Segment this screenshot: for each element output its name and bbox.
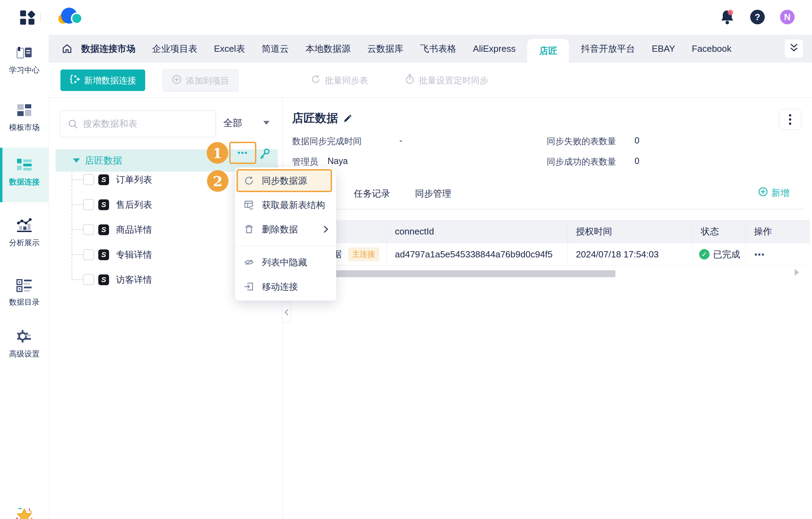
tree-root-label: 店匠数据 (85, 154, 122, 167)
more-dots: ⋯ (237, 151, 249, 155)
sidebar-item-label: 数据连接 (0, 177, 49, 187)
tree-item-label: 商品详情 (116, 224, 152, 236)
add-to-project-button[interactable]: 添加到项目 (163, 69, 239, 92)
status-success-icon: ✓ (699, 249, 710, 260)
subtab-task-log[interactable]: 任务记录 (354, 188, 390, 200)
sidebar-item-settings[interactable]: 高级设置 (0, 327, 49, 365)
add-to-project-label: 添加到项目 (186, 75, 229, 86)
checkbox[interactable] (83, 274, 94, 285)
panel-collapse-handle[interactable] (282, 302, 291, 323)
tab-facebook[interactable]: Facebook (692, 35, 731, 63)
auth-key-icon[interactable] (259, 148, 271, 162)
menu-item-hide-from-list[interactable]: 列表中隐藏 (235, 250, 336, 274)
tab-feishu[interactable]: 飞书表格 (420, 35, 456, 63)
annotation-step-2: 2 (207, 170, 229, 192)
admin-value: Naya (328, 156, 348, 166)
sidebar-item-catalog[interactable]: 数据目录 (0, 276, 49, 314)
filter-caret-icon[interactable] (263, 121, 270, 125)
sidebar-item-label: 学习中心 (0, 65, 49, 75)
sidebar-item-analytics[interactable]: 分析展示 (0, 215, 49, 254)
cell-status: ✓ 已完成 (693, 243, 746, 266)
sidebar-item-templates[interactable]: 模板市场 (0, 101, 49, 139)
add-auth-label: 新增 (771, 187, 789, 199)
subtab-sync-management[interactable]: 同步管理 (415, 188, 451, 200)
sidebar-item-rewards[interactable]: 推广奖励 (0, 505, 49, 519)
notification-bell-icon[interactable] (720, 9, 735, 26)
horizontal-scrollbar[interactable] (290, 270, 615, 277)
fail-count-label: 同步失败的表数量 (547, 135, 616, 147)
menu-item-label: 删除数据 (262, 223, 298, 236)
tab-local-datasource[interactable]: 本地数据源 (306, 35, 351, 63)
connection-title: 店匠数据 (292, 110, 338, 126)
panel-more-button[interactable] (779, 109, 801, 130)
menu-item-move-connection[interactable]: 移动连接 (235, 274, 336, 299)
checkbox[interactable] (83, 224, 94, 235)
home-icon (62, 43, 72, 54)
cell-authtime: 2024/07/18 17:54:03 (568, 243, 693, 266)
tab-jiandaoyun[interactable]: 简道云 (262, 35, 289, 63)
refresh-icon (244, 175, 254, 186)
tab-dianjiang-active[interactable]: 店匠 (527, 39, 569, 63)
annotation-step-1: 1 (207, 142, 228, 164)
connection-tabstrip: 数据连接市场 企业项目表 Excel表 简道云 本地数据源 云数据库 飞书表格 … (49, 35, 812, 63)
tab-excel[interactable]: Excel表 (214, 35, 245, 63)
col-header-action: 操作 (746, 220, 810, 243)
menu-item-sync-datasource[interactable]: 同步数据源 (235, 168, 336, 193)
menu-item-delete-data[interactable]: 删除数据 (235, 217, 336, 241)
batch-schedule-button[interactable]: 批量设置定时同步 (405, 69, 488, 91)
help-icon[interactable]: ? (750, 10, 765, 24)
shoplazza-table-icon: S (98, 249, 109, 260)
shoplazza-table-icon: S (98, 224, 109, 235)
add-auth-button[interactable]: 新增 (758, 187, 789, 199)
apps-grid-icon[interactable] (20, 10, 35, 25)
admin-label: 管理员 (292, 156, 318, 167)
toolbar: 新增数据连接 添加到项目 批量同步表 批量设置定时同步 (49, 63, 812, 98)
sync-time-label: 数据同步完成时间 (292, 135, 362, 147)
edit-pencil-icon[interactable] (343, 113, 353, 124)
scroll-right-arrow-icon[interactable] (795, 269, 799, 276)
tree-filter-select[interactable]: 全部 (223, 117, 242, 129)
tab-ebay[interactable]: EBAY (652, 35, 675, 63)
tree-expand-caret-icon[interactable] (73, 158, 80, 163)
batch-sync-button[interactable]: 批量同步表 (311, 69, 368, 91)
circle-plus-icon (758, 187, 768, 199)
gear-icon (0, 329, 49, 345)
avatar[interactable]: N (780, 10, 795, 24)
menu-item-label: 移动连接 (262, 281, 298, 293)
checkbox[interactable] (83, 174, 94, 185)
sidebar-item-data-connect[interactable]: 数据连接 (0, 148, 49, 202)
col-header-status: 状态 (693, 220, 746, 243)
tabs-expand-button[interactable] (785, 40, 803, 58)
search-input[interactable] (82, 118, 198, 130)
star-icon (0, 507, 49, 519)
trash-icon (244, 224, 254, 234)
sidebar-item-label: 模板市场 (0, 122, 49, 133)
tab-market[interactable]: 数据连接市场 (81, 35, 135, 63)
table-refresh-icon (244, 200, 254, 210)
top-header: ? N (0, 0, 812, 35)
avatar-initial: N (784, 12, 791, 23)
tree-search[interactable] (60, 110, 216, 137)
tab-aliexpress[interactable]: AliExpress (473, 35, 516, 63)
tree-more-button[interactable]: ⋯ (229, 142, 256, 164)
new-connection-button[interactable]: 新增数据连接 (60, 69, 145, 91)
tree-item-label: 售后列表 (116, 199, 152, 211)
cell-action-more[interactable]: ⋯ (746, 243, 810, 266)
timer-icon (405, 74, 415, 86)
tab-enterprise-project[interactable]: 企业项目表 (152, 35, 197, 63)
checkbox[interactable] (83, 199, 94, 210)
sidebar-item-label: 高级设置 (0, 349, 49, 359)
tab-cloud-db[interactable]: 云数据库 (367, 35, 404, 63)
tree-item-label: 访客详情 (116, 274, 152, 286)
submenu-chevron-icon (323, 225, 329, 233)
sidebar: 学习中心 模板市场 数据连接 分析展示 数据目录 (0, 35, 49, 519)
flow-icon (0, 158, 49, 173)
checkbox[interactable] (83, 249, 94, 260)
menu-item-get-schema[interactable]: 获取最新表结构 (235, 193, 336, 217)
grid-icon (0, 104, 49, 119)
tab-douyin[interactable]: 抖音开放平台 (581, 35, 635, 63)
sidebar-item-learning[interactable]: 学习中心 (0, 43, 49, 82)
shoplazza-table-icon: S (98, 174, 109, 185)
menu-divider (235, 246, 336, 246)
header-divider (40, 13, 41, 22)
